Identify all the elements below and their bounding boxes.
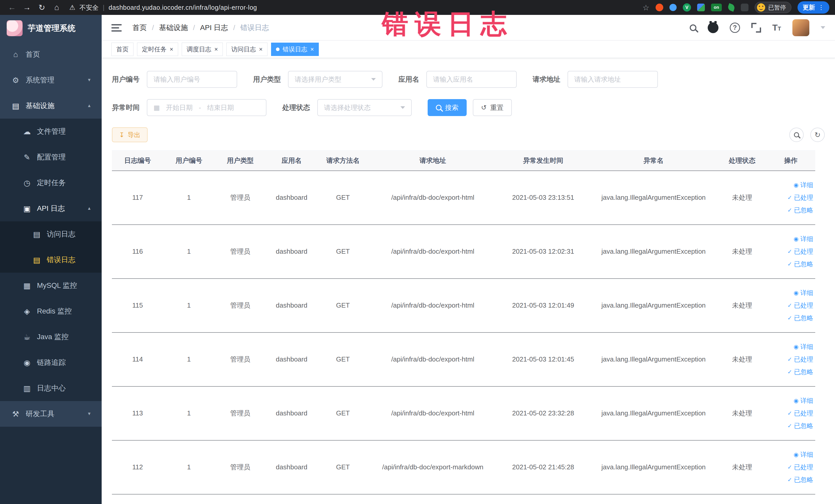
mark-processed-link[interactable]: ✓已处理 bbox=[788, 355, 813, 364]
sidebar-item-system-management[interactable]: ⚙ 系统管理 ▼ bbox=[0, 67, 102, 93]
table-row: 114 1 管理员 dashboard GET /api/infra/db-do… bbox=[112, 332, 815, 386]
check-icon: ✓ bbox=[788, 356, 792, 363]
user-id-input[interactable] bbox=[147, 71, 237, 88]
sidebar-item-java-monitor[interactable]: ☕ Java 监控 bbox=[0, 324, 102, 350]
logo-image bbox=[7, 20, 23, 36]
end-date-placeholder: 结束日期 bbox=[207, 103, 234, 112]
breadcrumb-item[interactable]: API 日志 bbox=[200, 23, 228, 33]
mark-processed-link[interactable]: ✓已处理 bbox=[788, 463, 813, 471]
browser-toolbar-right: ☆ V on 已暂停 更新 ⋮ bbox=[643, 1, 829, 14]
sidebar-item-home[interactable]: ⌂ 首页 bbox=[0, 42, 102, 67]
cell-app: dashboard bbox=[266, 171, 317, 225]
app-name-input[interactable] bbox=[426, 71, 517, 88]
infrastructure-icon: ▤ bbox=[11, 101, 21, 110]
detail-link[interactable]: ◉详细 bbox=[794, 343, 813, 351]
browser-home-icon[interactable]: ⌂ bbox=[50, 3, 63, 12]
sidebar-item-config-management[interactable]: ✎ 配置管理 bbox=[0, 144, 102, 170]
sidebar-item-access-log[interactable]: ▤ 访问日志 bbox=[0, 221, 102, 247]
detail-link[interactable]: ◉详细 bbox=[794, 288, 813, 297]
cell-log-id: 112 bbox=[112, 440, 163, 494]
font-size-icon[interactable]: TT bbox=[772, 23, 781, 33]
mark-ignored-link[interactable]: ✓已忽略 bbox=[788, 368, 813, 376]
date-range-picker[interactable]: ▦ 开始日期 - 结束日期 bbox=[147, 99, 266, 116]
browser-refresh-icon[interactable]: ↻ bbox=[36, 3, 48, 12]
search-icon[interactable] bbox=[690, 24, 696, 31]
sidebar-item-api-logs[interactable]: ▣ API 日志 ▲ bbox=[0, 196, 102, 221]
extension-icon[interactable]: V bbox=[683, 3, 691, 12]
cell-log-id: 113 bbox=[112, 386, 163, 440]
sidebar-item-dev-tools[interactable]: ⚒ 研发工具 ▼ bbox=[0, 401, 102, 427]
avatar-caret-icon[interactable] bbox=[821, 26, 825, 29]
detail-link[interactable]: ◉详细 bbox=[794, 450, 813, 459]
export-button[interactable]: ↧ 导出 bbox=[112, 127, 148, 142]
sidebar-item-error-log[interactable]: ▤ 错误日志 bbox=[0, 247, 102, 273]
mark-ignored-link[interactable]: ✓已忽略 bbox=[788, 206, 813, 215]
mark-processed-link[interactable]: ✓已处理 bbox=[788, 193, 813, 202]
extension-icon[interactable]: on bbox=[711, 4, 722, 11]
mark-processed-link[interactable]: ✓已处理 bbox=[788, 409, 813, 418]
mark-ignored-link[interactable]: ✓已忽略 bbox=[788, 314, 813, 322]
search-toggle-button[interactable] bbox=[789, 127, 804, 142]
extension-icon[interactable] bbox=[741, 4, 749, 11]
fullscreen-icon[interactable] bbox=[751, 23, 761, 33]
breadcrumb-item[interactable]: 基础设施 bbox=[159, 23, 188, 33]
process-status-select[interactable]: 请选择处理状态 bbox=[317, 99, 412, 116]
mark-ignored-link[interactable]: ✓已忽略 bbox=[788, 260, 813, 268]
sidebar-item-file-management[interactable]: ☁ 文件管理 bbox=[0, 119, 102, 144]
request-url-input[interactable] bbox=[568, 71, 658, 88]
browser-update-button[interactable]: 更新 ⋮ bbox=[797, 1, 829, 14]
refresh-button[interactable]: ↻ bbox=[810, 127, 825, 142]
emoji-face-icon bbox=[757, 3, 765, 12]
mark-ignored-link[interactable]: ✓已忽略 bbox=[788, 422, 813, 430]
sidebar-item-redis-monitor[interactable]: ◈ Redis 监控 bbox=[0, 298, 102, 324]
browser-back-icon[interactable]: ← bbox=[6, 3, 19, 12]
extension-icon[interactable] bbox=[727, 3, 735, 12]
detail-link[interactable]: ◉详细 bbox=[794, 235, 813, 243]
eye-icon: ◉ bbox=[794, 236, 798, 242]
tab-scheduled-jobs[interactable]: 定时任务 × bbox=[137, 43, 178, 56]
search-icon bbox=[794, 132, 799, 137]
tab-home[interactable]: 首页 bbox=[111, 43, 134, 56]
paused-badge[interactable]: 已暂停 bbox=[755, 2, 791, 13]
breadcrumb-item[interactable]: 首页 bbox=[133, 23, 147, 33]
hamburger-icon[interactable] bbox=[111, 24, 122, 32]
mark-processed-link[interactable]: ✓已处理 bbox=[788, 247, 813, 256]
sidebar-item-mysql-monitor[interactable]: ▦ MySQL 监控 bbox=[0, 273, 102, 298]
mark-processed-link[interactable]: ✓已处理 bbox=[788, 301, 813, 310]
sidebar-item-infrastructure[interactable]: ▤ 基础设施 ▲ bbox=[0, 93, 102, 119]
cell-time: 2021-05-02 21:45:28 bbox=[497, 440, 589, 494]
log-center-icon: ▥ bbox=[22, 384, 32, 393]
extension-icon[interactable] bbox=[697, 4, 705, 11]
tab-close-icon[interactable]: × bbox=[310, 46, 314, 53]
tab-close-icon[interactable]: × bbox=[259, 46, 263, 53]
tab-access-log[interactable]: 访问日志 × bbox=[226, 43, 267, 56]
search-button[interactable]: 搜索 bbox=[428, 99, 467, 116]
download-icon: ↧ bbox=[119, 131, 124, 139]
user-type-select[interactable]: 请选择用户类型 bbox=[288, 71, 383, 88]
detail-link[interactable]: ◉详细 bbox=[794, 397, 813, 405]
tab-close-icon[interactable]: × bbox=[214, 46, 218, 53]
sidebar-item-tracing[interactable]: ◉ 链路追踪 bbox=[0, 350, 102, 375]
breadcrumb: 首页 / 基础设施 / API 日志 / 错误日志 bbox=[133, 23, 269, 33]
tab-error-log[interactable]: 错误日志 × bbox=[271, 43, 319, 56]
extension-icon[interactable] bbox=[669, 4, 677, 11]
table-row: 117 1 管理员 dashboard GET /api/infra/db-do… bbox=[112, 171, 815, 225]
clock-icon: ◷ bbox=[22, 178, 32, 187]
help-icon[interactable]: ? bbox=[730, 23, 740, 33]
extension-icon[interactable] bbox=[656, 4, 663, 11]
browser-forward-icon[interactable]: → bbox=[21, 3, 33, 12]
address-bar[interactable]: ⚠ 不安全 | dashboard.yudao.iocoder.cn/infra… bbox=[69, 3, 257, 12]
tab-close-icon[interactable]: × bbox=[170, 46, 173, 53]
github-icon[interactable] bbox=[708, 22, 718, 33]
bookmark-star-icon[interactable]: ☆ bbox=[643, 3, 649, 12]
user-avatar[interactable] bbox=[792, 19, 809, 36]
sidebar-item-scheduled-jobs[interactable]: ◷ 定时任务 bbox=[0, 170, 102, 196]
page-url[interactable]: dashboard.yudao.iocoder.cn/infra/log/api… bbox=[108, 4, 257, 11]
sidebar-item-log-center[interactable]: ▥ 日志中心 bbox=[0, 375, 102, 401]
reset-button[interactable]: ↺ 重置 bbox=[473, 99, 512, 116]
mark-ignored-link[interactable]: ✓已忽略 bbox=[788, 476, 813, 484]
table-header-row: 日志编号 用户编号 用户类型 应用名 请求方法名 请求地址 异常发生时间 异常名… bbox=[112, 151, 815, 171]
tab-schedule-log[interactable]: 调度日志 × bbox=[182, 43, 223, 56]
detail-link[interactable]: ◉详细 bbox=[794, 181, 813, 189]
security-label: 不安全 bbox=[79, 3, 99, 12]
